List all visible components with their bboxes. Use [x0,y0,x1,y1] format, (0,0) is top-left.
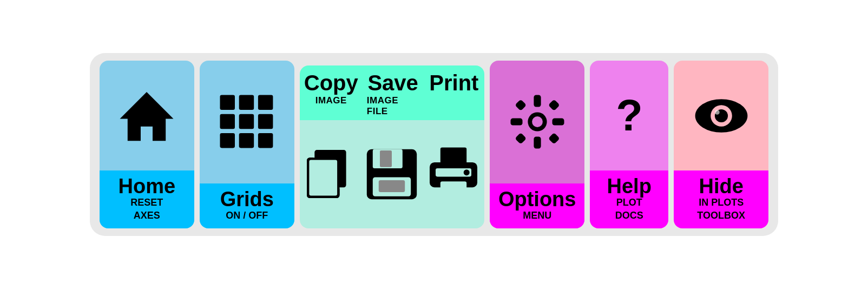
save-button[interactable] [361,120,423,228]
svg-rect-8 [239,133,254,148]
help-button[interactable]: ? Help PLOT DOCS [590,61,668,228]
copy-tooltip: Copy IMAGE [300,65,363,120]
print-tooltip: Print [424,65,485,120]
print-tooltip-main: Print [429,71,478,95]
help-icon-area: ? [605,61,654,170]
teal-tooltip-bar: Copy IMAGE Save IMAGE FILE Print [300,65,484,120]
grids-label: Grids ON / OFF [200,183,294,228]
home-button[interactable]: Home RESET AXES [100,61,194,228]
svg-rect-9 [258,133,273,148]
hide-label-sub: in Plots Toolbox [697,196,745,222]
copy-icon [301,144,360,204]
svg-point-42 [715,110,720,115]
copy-button[interactable] [300,120,361,228]
svg-rect-3 [258,95,273,110]
save-tooltip-sub: IMAGE FILE [367,95,419,117]
save-tooltip: Save IMAGE FILE [363,65,424,120]
grids-label-sub: ON / OFF [226,209,268,222]
home-label-sub: RESET AXES [130,196,163,222]
svg-rect-21 [379,180,405,192]
copy-tooltip-main: Copy [304,71,358,95]
svg-rect-16 [309,160,337,196]
svg-rect-35 [515,133,527,144]
svg-rect-4 [220,114,235,129]
home-label-main: Home [119,176,176,196]
options-label: Options MENU [490,183,584,228]
print-icon [424,144,483,204]
options-label-main: Options [498,189,576,209]
eye-icon [692,86,751,146]
options-label-sub: MENU [523,209,551,222]
svg-rect-7 [220,133,235,148]
gear-icon [508,92,567,152]
print-button[interactable] [423,120,484,228]
home-icon [117,86,176,146]
svg-rect-33 [515,100,527,111]
grids-label-main: Grids [220,189,274,209]
svg-text:?: ? [616,91,642,140]
svg-rect-6 [258,114,273,129]
svg-rect-2 [239,95,254,110]
svg-rect-25 [440,181,466,198]
hide-icon-area [692,61,751,170]
copy-tooltip-sub: IMAGE [315,95,347,106]
hide-label-main: Hide [699,176,744,196]
teal-icon-bar [300,120,484,228]
home-icon-area [117,61,176,170]
hide-label: Hide in Plots Toolbox [674,170,768,228]
help-label: Help PLOT DOCS [590,170,668,228]
svg-rect-1 [220,95,235,110]
svg-rect-36 [548,133,560,144]
svg-rect-31 [510,119,522,126]
svg-point-26 [464,169,470,175]
help-label-main: Help [607,176,652,196]
grids-icon-area [217,61,277,183]
svg-rect-29 [534,95,541,107]
home-label: Home RESET AXES [100,170,194,228]
svg-rect-30 [534,137,541,149]
grid-icon [217,92,277,152]
question-icon: ? [605,91,654,140]
hide-button[interactable]: Hide in Plots Toolbox [674,61,768,228]
grids-button[interactable]: Grids ON / OFF [200,61,294,228]
toolbar: Home RESET AXES Grids ON / [90,53,778,236]
save-icon [362,144,422,204]
save-tooltip-main: Save [367,71,418,95]
svg-marker-0 [120,92,174,141]
options-button[interactable]: Options MENU [490,61,584,228]
options-icon-area [508,61,567,183]
svg-point-28 [532,116,543,127]
svg-rect-32 [552,119,564,126]
svg-rect-19 [380,150,392,167]
copy-save-group: Copy IMAGE Save IMAGE FILE Print [300,65,484,228]
svg-rect-5 [239,114,254,129]
svg-rect-34 [548,100,560,111]
help-label-sub: PLOT DOCS [615,196,643,222]
